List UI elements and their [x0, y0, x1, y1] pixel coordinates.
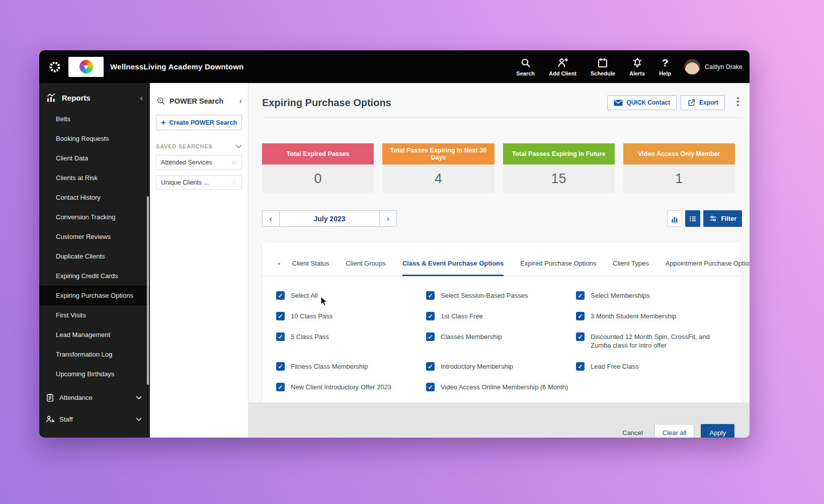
- checkbox-checked-icon[interactable]: ✓: [426, 332, 435, 341]
- tab[interactable]: Client Types: [613, 260, 648, 276]
- stat-card: Total Passes Expiring In Future 15: [503, 143, 615, 193]
- sidebar-item[interactable]: Conversion Tracking: [39, 207, 150, 227]
- next-month-button[interactable]: ›: [380, 211, 396, 226]
- tab[interactable]: Client Groups: [346, 260, 385, 276]
- tab[interactable]: Client Status: [292, 260, 329, 276]
- tab[interactable]: Class & Event Purchase Options: [402, 260, 504, 276]
- filter-checkbox-item[interactable]: ✓ Classes Membership: [426, 332, 576, 362]
- sidebar-item[interactable]: Upcoming Birthdays: [39, 364, 150, 384]
- date-navigator: ‹ July 2023 ›: [262, 210, 397, 227]
- saved-search-item[interactable]: Attended Services ☆: [156, 155, 242, 170]
- checkbox-checked-icon[interactable]: ✓: [426, 383, 435, 391]
- saved-searches-label: SAVED SEARCHES: [156, 143, 212, 149]
- nav-schedule[interactable]: Schedule: [591, 57, 615, 76]
- nav-search[interactable]: Search: [516, 57, 535, 76]
- sidebar-item[interactable]: Expiring Purchase Options: [39, 286, 150, 305]
- checkbox-checked-icon[interactable]: ✓: [576, 362, 585, 371]
- business-name: WellnessLiving Academy Downtown: [110, 62, 243, 71]
- business-logo[interactable]: ♥: [68, 57, 104, 77]
- nav-add-client[interactable]: Add Client: [549, 57, 576, 76]
- checkbox-checked-icon[interactable]: ✓: [426, 312, 435, 320]
- checkbox-checked-icon[interactable]: ✓: [276, 291, 285, 300]
- chevron-down-icon: [136, 417, 142, 422]
- tab[interactable]: Appointment Purchase Options: [666, 260, 750, 276]
- sidebar-item[interactable]: Lead Management: [39, 325, 150, 345]
- filter-checkbox-item[interactable]: ✓ 10 Class Pass: [276, 312, 426, 332]
- filter-column-3: ✓ Select Memberships ✓ 3 Month Student M…: [576, 291, 722, 403]
- help-icon: ?: [662, 57, 669, 69]
- filter-checkbox-item[interactable]: ✓ Fitness Class Membership: [276, 362, 426, 383]
- more-options-icon[interactable]: [734, 96, 742, 109]
- clear-all-button[interactable]: Clear all: [654, 424, 695, 438]
- bell-icon: [631, 57, 643, 69]
- list-view-button[interactable]: [685, 210, 700, 227]
- checkbox-checked-icon[interactable]: ✓: [576, 312, 585, 320]
- user-avatar[interactable]: [684, 59, 700, 75]
- checkbox-checked-icon[interactable]: ✓: [576, 332, 585, 341]
- checkbox-checked-icon[interactable]: ✓: [276, 383, 285, 391]
- wellnessliving-spinner-icon[interactable]: [48, 60, 61, 73]
- checkbox-checked-icon[interactable]: ✓: [426, 291, 435, 300]
- filter-checkbox-item[interactable]: ✓ Video Access Online Membership (6 Mont…: [426, 383, 576, 403]
- chart-view-button[interactable]: [667, 210, 682, 227]
- filter-button[interactable]: Filter: [703, 210, 742, 227]
- quick-contact-button[interactable]: QUICK Contact: [607, 95, 677, 110]
- calendar-icon: [597, 57, 609, 69]
- sidebar-header: Reports ‹: [39, 86, 150, 109]
- sidebar-item[interactable]: Belts: [39, 109, 150, 129]
- apply-button[interactable]: Apply: [701, 424, 734, 438]
- filter-checkbox-item[interactable]: ✓ New Client Introductory Offer 2023: [276, 383, 426, 403]
- checkbox-checked-icon[interactable]: ✓: [276, 362, 285, 371]
- power-search-collapse-icon[interactable]: ‹: [239, 97, 242, 106]
- filter-checkbox-item[interactable]: ✓ Select Memberships: [576, 291, 722, 312]
- create-power-search-button[interactable]: + Create POWER Search: [156, 115, 242, 130]
- sidebar-item[interactable]: First Visits: [39, 305, 150, 325]
- sidebar-item[interactable]: Customer Reviews: [39, 227, 150, 246]
- filter-checkbox-item[interactable]: ✓ 1st Class Free: [426, 312, 576, 332]
- reports-icon: [45, 92, 57, 104]
- sidebar-group-attendance[interactable]: Attendance: [39, 387, 150, 408]
- period-label[interactable]: July 2023: [279, 211, 380, 226]
- chevron-down-icon[interactable]: [235, 144, 242, 149]
- sidebar-item[interactable]: Transformation Log: [39, 345, 150, 364]
- checkbox-checked-icon[interactable]: ✓: [276, 332, 285, 341]
- saved-search-item[interactable]: Unique Clients ... ☆: [156, 175, 242, 190]
- user-name[interactable]: Caitlyn Drake: [705, 63, 743, 70]
- sidebar-item[interactable]: Client Data: [39, 148, 150, 168]
- nav-alerts[interactable]: Alerts: [629, 57, 645, 76]
- checkbox-checked-icon[interactable]: ✓: [576, 291, 585, 300]
- sidebar-collapse-icon[interactable]: ‹: [140, 94, 143, 102]
- filter-checkbox-item[interactable]: ✓ 3 Month Student Membership: [576, 312, 722, 332]
- checkbox-checked-icon[interactable]: ✓: [276, 312, 285, 320]
- filter-checkbox-item[interactable]: ✓ Lead Free Class: [576, 362, 722, 383]
- tabs-scroll-left-icon[interactable]: ◂: [277, 260, 280, 276]
- star-icon[interactable]: ☆: [231, 158, 237, 166]
- person-icon: [45, 414, 55, 424]
- previous-month-button[interactable]: ‹: [263, 211, 279, 226]
- sidebar-item[interactable]: Expiring Credit Cards: [39, 266, 150, 286]
- sidebar-item[interactable]: Booking Requests: [39, 129, 150, 148]
- filter-checkbox-item[interactable]: ✓ Select Session-Based Passes: [426, 291, 576, 312]
- sidebar-item[interactable]: Clients at Risk: [39, 168, 150, 188]
- filter-checkbox-item[interactable]: ✓ 5 Class Pass: [276, 332, 426, 362]
- sidebar-group-staff[interactable]: Staff: [39, 408, 150, 430]
- tabs-row: ◂ Client Status Client Groups Class & Ev…: [262, 242, 742, 276]
- export-button[interactable]: Export: [681, 95, 725, 110]
- nav-help[interactable]: ? Help: [659, 57, 671, 76]
- sidebar-item[interactable]: Contact History: [39, 188, 150, 207]
- sidebar-scrollbar[interactable]: [147, 196, 149, 385]
- cancel-button[interactable]: Cancel: [622, 429, 642, 437]
- sliders-icon: [709, 214, 717, 223]
- reports-sidebar: Reports ‹ Belts Booking Requests Client …: [39, 83, 150, 438]
- filter-checkbox-item[interactable]: ✓ Select All: [276, 291, 426, 312]
- page-title: Expiring Purchase Options: [262, 97, 391, 109]
- tab[interactable]: Expired Purchase Options: [520, 260, 596, 276]
- sidebar-item[interactable]: Duplicate Clients: [39, 246, 150, 266]
- checkbox-checked-icon[interactable]: ✓: [426, 362, 435, 371]
- title-divider: [262, 117, 742, 118]
- bar-chart-icon: [670, 214, 679, 223]
- star-icon[interactable]: ☆: [231, 179, 237, 186]
- filter-checkbox-item[interactable]: ✓ Discounted 12 Month Spin, CrossFit, an…: [576, 332, 722, 362]
- filter-checkbox-item[interactable]: ✓ Introductory Membership: [426, 362, 576, 383]
- plus-icon: +: [161, 119, 166, 127]
